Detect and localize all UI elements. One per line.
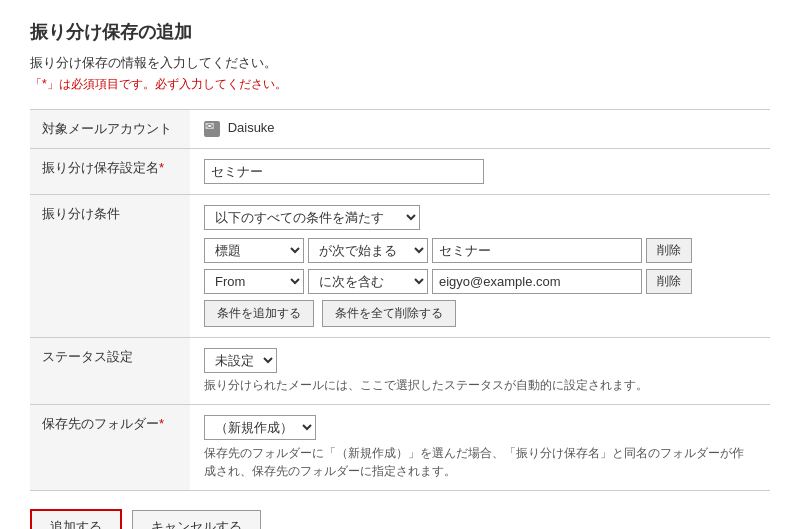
submit-button[interactable]: 追加する [30,509,122,529]
condition-2-value-input[interactable] [432,269,642,294]
condition-action-btns: 条件を追加する 条件を全て削除する [204,300,756,327]
clear-condition-button[interactable]: 条件を全て削除する [322,300,456,327]
status-label: ステータス設定 [30,338,190,405]
filter-name-label: 振り分け保存設定名* [30,149,190,195]
account-icon [204,121,220,137]
account-label: 対象メールアカウント [30,110,190,149]
add-condition-button[interactable]: 条件を追加する [204,300,314,327]
folder-note: 保存先のフォルダーに「（新規作成）」を選んだ場合、「振り分け保存名」と同名のフォ… [204,444,754,480]
page-title: 振り分け保存の追加 [30,20,770,44]
condition-2-delete-button[interactable]: 削除 [646,269,692,294]
status-note: 振り分けられたメールには、ここで選択したステータスが自動的に設定されます。 [204,377,756,394]
filter-name-row: 振り分け保存設定名* [30,149,770,195]
required-star-name: * [159,160,164,175]
account-value-cell: Daisuke [190,110,770,149]
condition-row-1: 標題 From To 件名 本文 が次で始まる に次を含む が次で終わる が次と… [204,238,756,263]
filter-name-input[interactable] [204,159,484,184]
account-value: Daisuke [228,120,275,135]
folder-row: 保存先のフォルダー* （新規作成） 受信トレイ 送信済み 保存先のフォルダーに「… [30,405,770,491]
condition-1-delete-button[interactable]: 削除 [646,238,692,263]
status-select[interactable]: 未設定 未読 既読 重要 [204,348,277,373]
page-desc: 振り分け保存の情報を入力してください。 [30,54,770,72]
status-value-cell: 未設定 未読 既読 重要 振り分けられたメールには、ここで選択したステータスが自… [190,338,770,405]
condition-1-operator-select[interactable]: が次で始まる に次を含む が次で終わる が次と等しい [308,238,428,263]
status-row: ステータス設定 未設定 未読 既読 重要 振り分けられたメールには、ここで選択し… [30,338,770,405]
condition-1-value-input[interactable] [432,238,642,263]
condition-1-field-select[interactable]: 標題 From To 件名 本文 [204,238,304,263]
form-table: 対象メールアカウント Daisuke 振り分け保存設定名* 振り分け条件 以下の… [30,109,770,491]
folder-value-cell: （新規作成） 受信トレイ 送信済み 保存先のフォルダーに「（新規作成）」を選んだ… [190,405,770,491]
condition-value-cell: 以下のすべての条件を満たす 以下のいずれかの条件を満たす 標題 From To … [190,195,770,338]
required-note: 「*」は必須項目です。必ず入力してください。 [30,76,770,93]
filter-name-value-cell [190,149,770,195]
condition-row: 振り分け条件 以下のすべての条件を満たす 以下のいずれかの条件を満たす 標題 F… [30,195,770,338]
condition-2-field-select[interactable]: 標題 From To 件名 本文 [204,269,304,294]
condition-2-operator-select[interactable]: が次で始まる に次を含む が次で終わる が次と等しい [308,269,428,294]
condition-type-row: 以下のすべての条件を満たす 以下のいずれかの条件を満たす [204,205,756,230]
bottom-buttons: 追加する キャンセルする [30,509,770,529]
condition-label: 振り分け条件 [30,195,190,338]
account-row: 対象メールアカウント Daisuke [30,110,770,149]
folder-select[interactable]: （新規作成） 受信トレイ 送信済み [204,415,316,440]
required-star-folder: * [159,416,164,431]
condition-type-select[interactable]: 以下のすべての条件を満たす 以下のいずれかの条件を満たす [204,205,420,230]
condition-row-2: 標題 From To 件名 本文 が次で始まる に次を含む が次で終わる が次と… [204,269,756,294]
folder-label: 保存先のフォルダー* [30,405,190,491]
cancel-button[interactable]: キャンセルする [132,510,261,529]
